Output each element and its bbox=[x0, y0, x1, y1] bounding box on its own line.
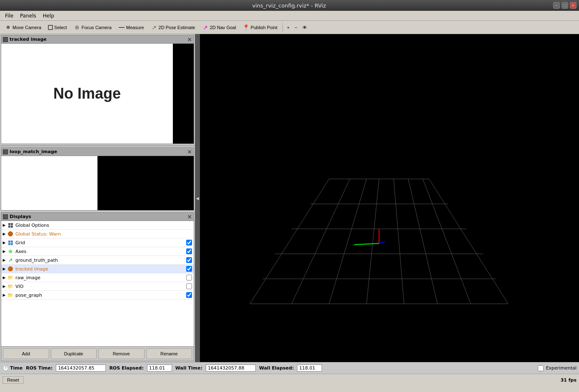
toolbar-separator bbox=[282, 23, 283, 32]
window-title: vins_rviz_config.rviz* - RViz bbox=[25, 2, 553, 9]
vio-checkbox[interactable] bbox=[186, 283, 192, 289]
svg-line-8 bbox=[329, 179, 367, 304]
displays-header: Displays ✕ bbox=[1, 213, 194, 221]
ros-elapsed-value: 118.01 bbox=[147, 365, 172, 372]
tracked-image-panel: tracked image ✕ No Image bbox=[1, 35, 194, 144]
publish-point-icon: 📍 bbox=[243, 24, 250, 31]
focus-camera-tool[interactable]: ◎ Focus Camera bbox=[71, 22, 115, 33]
panels-resize-handle[interactable] bbox=[0, 145, 195, 146]
display-row-vio[interactable]: ▶ 📁 VIO bbox=[1, 282, 194, 291]
close-button[interactable]: ✕ bbox=[570, 2, 577, 9]
expand-global-options[interactable]: ▶ bbox=[1, 221, 7, 229]
svg-line-7 bbox=[292, 179, 350, 304]
bottom-row: Reset 31 fps bbox=[0, 374, 579, 386]
svg-line-11 bbox=[408, 179, 437, 304]
displays-title-text: Displays bbox=[10, 214, 31, 219]
zoom-in-icon: + bbox=[287, 25, 290, 30]
tracked-image-display-icon bbox=[7, 265, 14, 272]
display-row-tracked-image[interactable]: ▶ tracked image bbox=[1, 265, 194, 273]
display-row-global-options[interactable]: ▶ Global Options bbox=[1, 221, 194, 230]
menu-help[interactable]: Help bbox=[40, 12, 57, 20]
expand-grid[interactable]: ▶ bbox=[1, 239, 7, 246]
zoom-out-icon: − bbox=[294, 25, 297, 30]
global-status-label: Global Status: Warn bbox=[15, 231, 194, 237]
measure-tool[interactable]: Measure bbox=[115, 22, 147, 33]
grid-checkbox[interactable] bbox=[186, 240, 192, 246]
view-options-button[interactable]: 👁 bbox=[300, 22, 309, 33]
rename-button[interactable]: Rename bbox=[146, 348, 192, 359]
collapse-handle[interactable]: ◀ bbox=[195, 34, 200, 362]
display-row-pose-graph[interactable]: ▶ 📁 pose_graph bbox=[1, 291, 194, 300]
loop-match-no-image bbox=[1, 156, 97, 210]
tracked-image-checkbox[interactable] bbox=[186, 266, 192, 272]
display-row-raw-image[interactable]: ▶ 📁 raw_image bbox=[1, 273, 194, 282]
menubar: File Panels Help bbox=[0, 11, 579, 21]
view-options-icon: 👁 bbox=[302, 25, 307, 30]
reset-button[interactable]: Reset bbox=[2, 376, 24, 384]
minimize-button[interactable]: ─ bbox=[553, 2, 560, 9]
display-row-global-status[interactable]: ▶ Global Status: Warn bbox=[1, 230, 194, 238]
move-camera-tool[interactable]: ⊕ Move Camera bbox=[2, 22, 44, 33]
status-bar: 🕐 Time ROS Time: 1641432057.85 ROS Elaps… bbox=[0, 362, 579, 392]
nav-goal-tool[interactable]: ↗ 2D Nav Goal bbox=[199, 22, 239, 33]
vio-icon: 📁 bbox=[7, 283, 14, 290]
loop-match-panel: loop_match_image ✕ bbox=[1, 147, 194, 211]
expand-axes[interactable]: ▶ bbox=[1, 248, 7, 255]
time-title: Time bbox=[10, 365, 22, 371]
pose-estimate-icon: ↗ bbox=[151, 24, 157, 31]
displays-panel: Displays ✕ ▶ Global Options ▶ bbox=[1, 212, 194, 361]
svg-line-12 bbox=[423, 179, 471, 304]
displays-close[interactable]: ✕ bbox=[187, 214, 192, 220]
toolbar: ⊕ Move Camera Select ◎ Focus Camera Meas… bbox=[0, 21, 579, 34]
ros-elapsed-label: ROS Elapsed: bbox=[109, 365, 143, 371]
display-row-axes[interactable]: ▶ ⊕ Axes bbox=[1, 247, 194, 256]
zoom-in-button[interactable]: + bbox=[285, 22, 292, 33]
expand-vio[interactable]: ▶ bbox=[1, 283, 7, 290]
ground-truth-checkbox[interactable] bbox=[186, 257, 192, 263]
expand-global-status[interactable]: ▶ bbox=[1, 230, 7, 238]
raw-image-label: raw_image bbox=[15, 275, 186, 280]
global-options-icon bbox=[7, 222, 14, 228]
raw-image-checkbox[interactable] bbox=[186, 275, 192, 280]
axes-checkbox[interactable] bbox=[186, 248, 192, 254]
pose-graph-icon: 📁 bbox=[7, 292, 14, 298]
tracked-image-title: tracked image bbox=[10, 37, 47, 42]
pose-estimate-tool[interactable]: ↗ 2D Pose Estimate bbox=[148, 22, 198, 33]
displays-panel-icon bbox=[3, 214, 8, 219]
svg-line-13 bbox=[429, 179, 508, 304]
tracked-image-black-strip bbox=[173, 44, 194, 144]
tracked-image-header: tracked image ✕ bbox=[1, 35, 194, 44]
maximize-button[interactable]: □ bbox=[562, 2, 568, 9]
display-row-grid[interactable]: ▶ Grid bbox=[1, 238, 194, 247]
loop-match-header: loop_match_image ✕ bbox=[1, 148, 194, 156]
duplicate-button[interactable]: Duplicate bbox=[51, 348, 97, 359]
display-tree: ▶ Global Options ▶ Global Status: Warn bbox=[1, 221, 194, 346]
zoom-out-button[interactable]: − bbox=[292, 22, 299, 33]
select-tool[interactable]: Select bbox=[45, 22, 70, 33]
measure-icon bbox=[118, 24, 125, 31]
fps-display: 31 fps bbox=[561, 377, 577, 383]
remove-button[interactable]: Remove bbox=[98, 348, 145, 359]
time-row: 🕐 Time ROS Time: 1641432057.85 ROS Elaps… bbox=[0, 362, 579, 374]
menu-file[interactable]: File bbox=[2, 12, 17, 20]
clock-icon: 🕐 bbox=[2, 365, 9, 371]
expand-tracked-image[interactable]: ▶ bbox=[1, 265, 7, 273]
loop-match-black-area bbox=[97, 156, 194, 210]
add-button[interactable]: Add bbox=[3, 348, 49, 359]
global-status-icon bbox=[7, 231, 14, 237]
experimental-checkbox[interactable] bbox=[538, 365, 544, 371]
publish-point-tool[interactable]: 📍 Publish Point bbox=[240, 22, 280, 33]
display-row-ground-truth[interactable]: ▶ ↗ ground_truth_path bbox=[1, 256, 194, 265]
svg-line-16 bbox=[354, 243, 379, 245]
wall-elapsed-label: Wall Elapsed: bbox=[259, 365, 294, 371]
displays-buttons: Add Duplicate Remove Rename bbox=[1, 346, 194, 361]
menu-panels[interactable]: Panels bbox=[17, 12, 40, 20]
loop-match-panel-icon bbox=[3, 149, 8, 154]
pose-graph-checkbox[interactable] bbox=[186, 292, 192, 298]
tracked-image-close[interactable]: ✕ bbox=[187, 37, 192, 42]
expand-ground-truth[interactable]: ▶ bbox=[1, 256, 7, 264]
expand-pose-graph[interactable]: ▶ bbox=[1, 291, 7, 299]
expand-raw-image[interactable]: ▶ bbox=[1, 274, 7, 281]
loop-match-close[interactable]: ✕ bbox=[187, 149, 192, 155]
3d-grid-svg: .grid-line { stroke: #666; stroke-width:… bbox=[233, 146, 525, 320]
